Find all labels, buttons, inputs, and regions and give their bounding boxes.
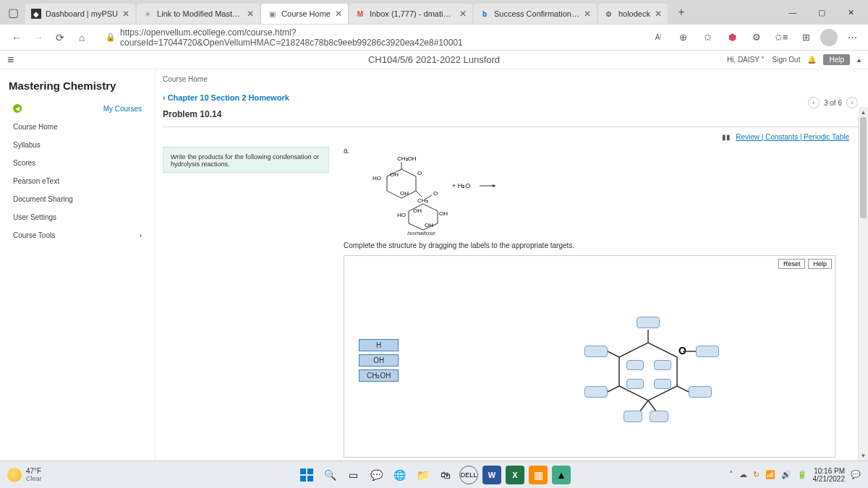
store-icon[interactable]: 🛍 [436, 466, 455, 484]
zoom-button[interactable]: ⊕ [673, 27, 693, 48]
wifi-icon[interactable]: 📶 [765, 470, 775, 479]
app-icon[interactable]: ▲ [552, 466, 571, 484]
tab-actions-button[interactable]: ▢ [3, 2, 23, 22]
update-icon[interactable]: ↻ [753, 470, 760, 479]
time-text: 10:16 PM [813, 467, 846, 475]
clock[interactable]: 10:16 PM 4/21/2022 [813, 467, 846, 483]
word-icon[interactable]: W [482, 466, 501, 484]
drop-slot[interactable] [584, 346, 608, 357]
window-controls: — ▢ ✕ [778, 1, 865, 23]
sidebar-item-etext[interactable]: Pearson eText [0, 172, 155, 190]
drop-slot[interactable] [696, 346, 719, 357]
sidebar-item-course-tools[interactable]: Course Tools› [0, 226, 155, 244]
close-icon[interactable]: ✕ [655, 9, 662, 19]
collections-button[interactable]: ⊞ [796, 27, 816, 48]
tab-success[interactable]: bSuccess Confirmation of Qu✕ [474, 4, 597, 24]
vertical-scrollbar[interactable]: ▲ ▼ [858, 117, 868, 461]
menu-button[interactable]: ⋯ [842, 27, 862, 48]
chem-label: CH₂OH [397, 155, 417, 162]
sidebar-item-scores[interactable]: Scores [0, 154, 155, 172]
close-icon[interactable]: ✕ [247, 9, 254, 19]
sidebar-item-document-sharing[interactable]: Document Sharing [0, 190, 155, 208]
extensions-button[interactable]: ⚙ [746, 27, 767, 48]
scroll-thumb[interactable] [860, 117, 867, 218]
pause-icon[interactable]: ▮▮ [722, 133, 731, 141]
sidebar-item-course-home[interactable]: Course Home [0, 118, 155, 136]
new-tab-button[interactable]: + [671, 6, 692, 19]
favorites-bar-button[interactable]: ✩≡ [771, 27, 791, 48]
sidebar-item-user-settings[interactable]: User Settings [0, 208, 155, 226]
weather-widget[interactable]: 47°F Clear [7, 467, 42, 482]
chat-button[interactable]: 💬 [367, 466, 386, 484]
close-icon[interactable]: ✕ [459, 9, 467, 19]
sidebar-item-my-courses[interactable]: My Courses [0, 99, 155, 118]
task-view-button[interactable]: ▭ [344, 466, 362, 484]
close-icon[interactable]: ✕ [584, 9, 591, 19]
drop-slot[interactable] [637, 317, 660, 328]
refresh-button[interactable]: ⟳ [49, 27, 71, 48]
forward-button[interactable]: → [27, 27, 49, 48]
profile-icon[interactable] [820, 29, 838, 46]
volume-icon[interactable]: 🔊 [781, 470, 791, 479]
minimize-button[interactable]: — [778, 1, 807, 23]
onedrive-icon[interactable]: ☁ [739, 470, 747, 479]
close-icon[interactable]: ✕ [122, 9, 129, 19]
back-button[interactable]: ← [6, 27, 27, 48]
tab-title: Link to Modified Mastering [157, 9, 242, 18]
tab-dashboard[interactable]: ◆Dashboard | myPSU✕ [25, 4, 135, 24]
search-button[interactable]: 🔍 [320, 466, 339, 484]
notifications-icon[interactable]: 🔔 [807, 56, 816, 64]
drop-slot[interactable] [584, 386, 608, 398]
tab-holodeck[interactable]: ⚙holodeck✕ [598, 4, 668, 24]
breadcrumb[interactable]: Course Home [156, 72, 868, 86]
drag-workspace[interactable]: Reset Help H OH CH₂OH O [344, 255, 835, 458]
explorer-icon[interactable]: 📁 [413, 466, 432, 484]
drag-label-h[interactable]: H [359, 339, 399, 351]
next-problem-button[interactable]: › [846, 97, 858, 108]
sidebar-item-syllabus[interactable]: Syllabus [0, 136, 155, 154]
tab-gmail[interactable]: MInbox (1,777) - dmatias2@p✕ [349, 4, 472, 24]
svg-rect-28 [307, 468, 313, 474]
read-aloud-button[interactable]: A⁾ [648, 27, 668, 48]
drop-slot[interactable] [689, 386, 712, 398]
notifications-button[interactable]: 💬 [851, 470, 861, 479]
sync-icon[interactable]: ⬢ [722, 27, 742, 48]
calculator-icon[interactable]: ▦ [529, 466, 548, 484]
tab-course-home[interactable]: ▣Course Home✕ [261, 4, 348, 24]
review-constants-link[interactable]: Review | Constants | Periodic Table [736, 133, 849, 141]
greeting[interactable]: Hi, DAISY ˅ [727, 56, 765, 64]
collapse-icon[interactable]: ▴ [857, 56, 861, 64]
scroll-up-icon[interactable]: ▲ [859, 107, 868, 117]
drop-slot[interactable] [654, 379, 671, 389]
drag-label-oh[interactable]: OH [359, 354, 399, 367]
drag-label-ch2oh[interactable]: CH₂OH [359, 369, 399, 382]
chevron-up-icon[interactable]: ˄ [729, 470, 733, 479]
svg-text:OH: OH [400, 190, 409, 197]
drop-slot[interactable] [650, 411, 668, 422]
excel-icon[interactable]: X [506, 466, 524, 484]
favorite-button[interactable]: ✩ [697, 27, 718, 48]
svg-text:OH: OH [413, 207, 422, 214]
help-button[interactable]: Help [823, 54, 850, 65]
menu-toggle[interactable]: ≡ [7, 53, 14, 67]
prev-problem-button[interactable]: ‹ [808, 97, 820, 108]
back-to-chapter-link[interactable]: Chapter 10 Section 2 Homework [163, 93, 861, 102]
battery-icon[interactable]: 🔋 [797, 470, 807, 479]
drop-slot[interactable] [654, 360, 671, 370]
signout-link[interactable]: Sign Out [773, 56, 801, 64]
scroll-down-icon[interactable]: ▼ [859, 450, 868, 461]
maximize-button[interactable]: ▢ [807, 1, 836, 23]
tab-mastering-link[interactable]: ✳Link to Modified Mastering✕ [137, 4, 260, 24]
url-input[interactable]: 🔒https://openvellum.ecollege.com/course.… [98, 27, 642, 48]
close-window-button[interactable]: ✕ [836, 1, 865, 23]
home-button[interactable]: ⌂ [71, 27, 93, 48]
dell-icon[interactable]: DELL [459, 466, 478, 484]
reset-button[interactable]: Reset [778, 259, 806, 269]
close-icon[interactable]: ✕ [335, 9, 342, 19]
drop-slot[interactable] [624, 411, 642, 422]
help-button-ws[interactable]: Help [808, 259, 832, 269]
start-button[interactable] [297, 466, 316, 484]
drop-slot[interactable] [626, 379, 644, 389]
edge-icon[interactable]: 🌐 [390, 466, 409, 484]
drop-slot[interactable] [626, 360, 644, 370]
